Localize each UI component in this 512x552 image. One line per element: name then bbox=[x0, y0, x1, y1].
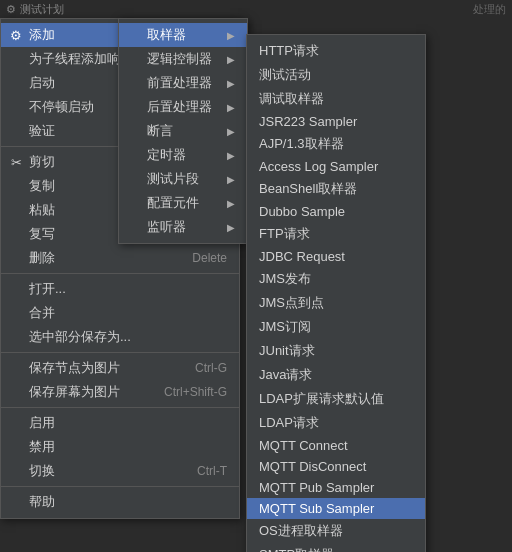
menu-label-merge: 合并 bbox=[29, 304, 55, 322]
arrow-timer: ▶ bbox=[227, 150, 235, 161]
menu-label-rewrite: 复写 bbox=[29, 225, 55, 243]
menu-item-jms_point[interactable]: JMS点到点 bbox=[247, 291, 425, 315]
menu-label-toggle: 切换 bbox=[29, 462, 55, 480]
add-icon: ⚙ bbox=[7, 28, 25, 43]
menu-label-save_selected: 选中部分保存为... bbox=[29, 328, 131, 346]
menu-item-listener[interactable]: 监听器▶ bbox=[119, 215, 247, 239]
menu-label-delete: 删除 bbox=[29, 249, 55, 267]
menu-item-test_activity[interactable]: 测试活动 bbox=[247, 63, 425, 87]
menu-label-start_no_pause: 不停顿启动 bbox=[29, 98, 94, 116]
menu-item-ajp_sampler[interactable]: AJP/1.3取样器 bbox=[247, 132, 425, 156]
menu-label-pre_processor: 前置处理器 bbox=[147, 74, 212, 92]
menu-item-jsr223_sampler[interactable]: JSR223 Sampler bbox=[247, 111, 425, 132]
menu-item-jms_subscribe[interactable]: JMS订阅 bbox=[247, 315, 425, 339]
menu-item-ldap_ext_default[interactable]: LDAP扩展请求默认值 bbox=[247, 387, 425, 411]
menu-item-junit_request[interactable]: JUnit请求 bbox=[247, 339, 425, 363]
menu-item-mqtt_connect[interactable]: MQTT Connect bbox=[247, 435, 425, 456]
menu-item-assertion[interactable]: 断言▶ bbox=[119, 119, 247, 143]
shortcut-delete: Delete bbox=[192, 251, 227, 265]
menu-separator bbox=[1, 273, 239, 274]
menu-item-java_request[interactable]: Java请求 bbox=[247, 363, 425, 387]
menu-label-help: 帮助 bbox=[29, 493, 55, 511]
title-text: 测试计划 bbox=[20, 2, 64, 17]
menu-label-mqtt_pub_sampler: MQTT Pub Sampler bbox=[259, 480, 374, 495]
menu-item-mqtt_disconnect[interactable]: MQTT DisConnect bbox=[247, 456, 425, 477]
menu-item-mqtt_sub_sampler[interactable]: MQTT Sub Sampler bbox=[247, 498, 425, 519]
menu-item-save_selected[interactable]: 选中部分保存为... bbox=[1, 325, 239, 349]
menu-label-listener: 监听器 bbox=[147, 218, 186, 236]
menu-label-start: 启动 bbox=[29, 74, 55, 92]
arrow-post_processor: ▶ bbox=[227, 102, 235, 113]
menu-label-junit_request: JUnit请求 bbox=[259, 342, 315, 360]
menu-label-copy: 复制 bbox=[29, 177, 55, 195]
shortcut-save_screen_img: Ctrl+Shift-G bbox=[164, 385, 227, 399]
menu-item-os_process[interactable]: OS进程取样器 bbox=[247, 519, 425, 543]
menu-label-save_screen_img: 保存屏幕为图片 bbox=[29, 383, 120, 401]
menu-item-http_request[interactable]: HTTP请求 bbox=[247, 39, 425, 63]
menu-label-validate: 验证 bbox=[29, 122, 55, 140]
menu-item-beanshell_sampler[interactable]: BeanShell取样器 bbox=[247, 177, 425, 201]
arrow-pre_processor: ▶ bbox=[227, 78, 235, 89]
menu-label-cut: 剪切 bbox=[29, 153, 55, 171]
menu-label-jsr223_sampler: JSR223 Sampler bbox=[259, 114, 357, 129]
shortcut-toggle: Ctrl-T bbox=[197, 464, 227, 478]
menu-label-access_log_sampler: Access Log Sampler bbox=[259, 159, 378, 174]
menu-label-ftp_request: FTP请求 bbox=[259, 225, 310, 243]
arrow-logic_ctrl: ▶ bbox=[227, 54, 235, 65]
menu-item-save_screen_img[interactable]: 保存屏幕为图片Ctrl+Shift-G bbox=[1, 380, 239, 404]
menu-label-smtp_sampler: SMTP取样器 bbox=[259, 546, 334, 552]
menu-item-save_node_img[interactable]: 保存节点为图片Ctrl-G bbox=[1, 356, 239, 380]
menu-item-ldap_request[interactable]: LDAP请求 bbox=[247, 411, 425, 435]
cut-icon: ✂ bbox=[7, 155, 25, 170]
menu-label-ldap_request: LDAP请求 bbox=[259, 414, 319, 432]
menu-label-jms_point: JMS点到点 bbox=[259, 294, 324, 312]
menu-label-post_processor: 后置处理器 bbox=[147, 98, 212, 116]
menu-item-test_fragment[interactable]: 测试片段▶ bbox=[119, 167, 247, 191]
menu-item-delete[interactable]: 删除Delete bbox=[1, 246, 239, 270]
context-menu-l2: 取样器▶逻辑控制器▶前置处理器▶后置处理器▶断言▶定时器▶测试片段▶配置元件▶监… bbox=[118, 18, 248, 244]
menu-label-timer: 定时器 bbox=[147, 146, 186, 164]
menu-label-jdbc_request: JDBC Request bbox=[259, 249, 345, 264]
top-right-label: 处理的 bbox=[473, 2, 506, 17]
menu-item-logic_ctrl[interactable]: 逻辑控制器▶ bbox=[119, 47, 247, 71]
menu-item-jdbc_request[interactable]: JDBC Request bbox=[247, 246, 425, 267]
menu-separator bbox=[1, 407, 239, 408]
arrow-config_element: ▶ bbox=[227, 198, 235, 209]
gear-icon: ⚙ bbox=[6, 3, 16, 16]
menu-item-debug_sampler[interactable]: 调试取样器 bbox=[247, 87, 425, 111]
menu-separator bbox=[1, 486, 239, 487]
menu-item-merge[interactable]: 合并 bbox=[1, 301, 239, 325]
menu-label-ldap_ext_default: LDAP扩展请求默认值 bbox=[259, 390, 384, 408]
title-bar: ⚙ 测试计划 处理的 bbox=[0, 0, 512, 18]
arrow-test_fragment: ▶ bbox=[227, 174, 235, 185]
menu-item-toggle[interactable]: 切换Ctrl-T bbox=[1, 459, 239, 483]
menu-item-sampler[interactable]: 取样器▶ bbox=[119, 23, 247, 47]
menu-label-dubbo_sample: Dubbo Sample bbox=[259, 204, 345, 219]
menu-item-ftp_request[interactable]: FTP请求 bbox=[247, 222, 425, 246]
menu-label-java_request: Java请求 bbox=[259, 366, 312, 384]
menu-item-disable[interactable]: 禁用 bbox=[1, 435, 239, 459]
menu-item-open[interactable]: 打开... bbox=[1, 277, 239, 301]
menu-item-enable[interactable]: 启用 bbox=[1, 411, 239, 435]
menu-label-test_activity: 测试活动 bbox=[259, 66, 311, 84]
menu-item-post_processor[interactable]: 后置处理器▶ bbox=[119, 95, 247, 119]
menu-item-smtp_sampler[interactable]: SMTP取样器 bbox=[247, 543, 425, 552]
menu-item-mqtt_pub_sampler[interactable]: MQTT Pub Sampler bbox=[247, 477, 425, 498]
menu-item-pre_processor[interactable]: 前置处理器▶ bbox=[119, 71, 247, 95]
menu-separator bbox=[1, 352, 239, 353]
menu-item-jms_publish[interactable]: JMS发布 bbox=[247, 267, 425, 291]
arrow-listener: ▶ bbox=[227, 222, 235, 233]
menu-label-debug_sampler: 调试取样器 bbox=[259, 90, 324, 108]
menu-item-config_element[interactable]: 配置元件▶ bbox=[119, 191, 247, 215]
menu-item-timer[interactable]: 定时器▶ bbox=[119, 143, 247, 167]
menu-label-config_element: 配置元件 bbox=[147, 194, 199, 212]
menu-item-dubbo_sample[interactable]: Dubbo Sample bbox=[247, 201, 425, 222]
menu-item-help[interactable]: 帮助 bbox=[1, 490, 239, 514]
shortcut-save_node_img: Ctrl-G bbox=[195, 361, 227, 375]
menu-label-enable: 启用 bbox=[29, 414, 55, 432]
menu-item-access_log_sampler[interactable]: Access Log Sampler bbox=[247, 156, 425, 177]
menu-label-sampler: 取样器 bbox=[147, 26, 186, 44]
arrow-assertion: ▶ bbox=[227, 126, 235, 137]
menu-label-assertion: 断言 bbox=[147, 122, 173, 140]
arrow-sampler: ▶ bbox=[227, 30, 235, 41]
